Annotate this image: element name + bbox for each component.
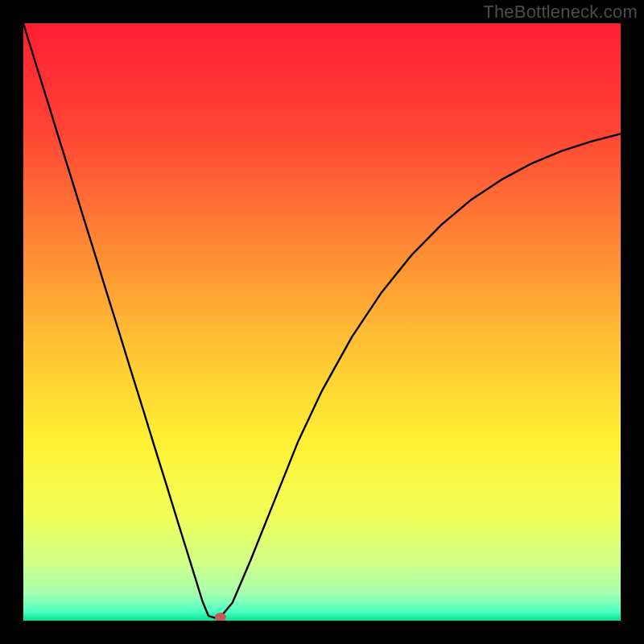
chart-container: TheBottleneck.com <box>0 0 644 644</box>
plot-area <box>23 23 621 621</box>
watermark-text: TheBottleneck.com <box>483 2 638 23</box>
chart-background <box>23 23 621 621</box>
chart-svg <box>23 23 621 621</box>
